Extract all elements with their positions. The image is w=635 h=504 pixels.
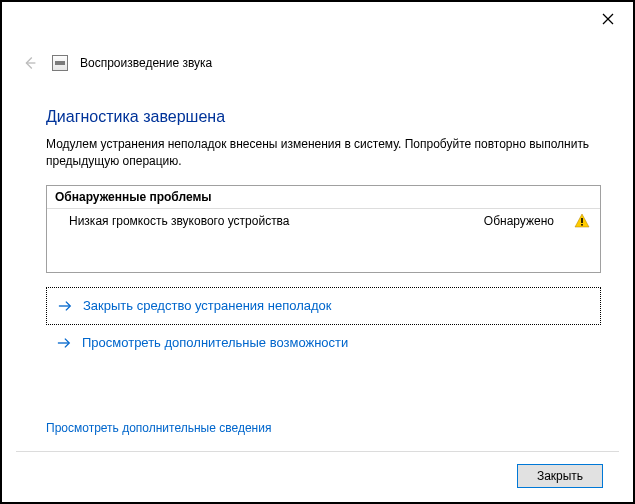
problems-header: Обнаруженные проблемы xyxy=(47,186,600,209)
option-label: Закрыть средство устранения неполадок xyxy=(83,298,331,313)
explore-more-link[interactable]: Просмотреть дополнительные возможности xyxy=(46,325,601,361)
arrow-right-icon xyxy=(56,335,72,351)
troubleshooter-icon xyxy=(52,55,68,71)
problems-list: Обнаруженные проблемы Низкая громкость з… xyxy=(46,185,601,273)
page-heading: Диагностика завершена xyxy=(46,108,601,126)
view-details-link[interactable]: Просмотреть дополнительные сведения xyxy=(46,415,601,435)
problem-name: Низкая громкость звукового устройства xyxy=(69,214,484,228)
warning-icon xyxy=(574,213,590,229)
page-description: Модулем устранения неполадок внесены изм… xyxy=(46,136,601,171)
troubleshooter-dialog: Воспроизведение звука Диагностика заверш… xyxy=(0,0,635,504)
close-troubleshooter-link[interactable]: Закрыть средство устранения неполадок xyxy=(46,287,601,325)
back-arrow-icon xyxy=(20,53,40,73)
problem-row[interactable]: Низкая громкость звукового устройства Об… xyxy=(47,209,600,233)
problem-status: Обнаружено xyxy=(484,214,554,228)
svg-rect-4 xyxy=(581,218,583,223)
close-button[interactable]: Закрыть xyxy=(517,464,603,488)
titlebar xyxy=(2,2,633,42)
header-row: Воспроизведение звука xyxy=(2,42,633,78)
footer: Закрыть xyxy=(16,451,619,502)
arrow-right-icon xyxy=(57,298,73,314)
content-area: Диагностика завершена Модулем устранения… xyxy=(2,78,633,435)
svg-rect-5 xyxy=(581,224,583,226)
option-label: Просмотреть дополнительные возможности xyxy=(82,335,348,350)
header-title: Воспроизведение звука xyxy=(80,56,212,70)
close-icon[interactable] xyxy=(599,10,617,28)
